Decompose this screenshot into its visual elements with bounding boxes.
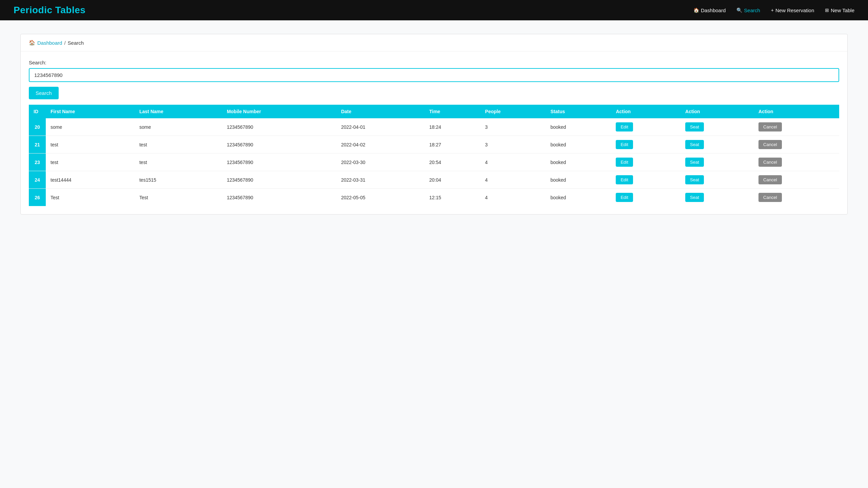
- plus-icon: +: [771, 7, 774, 13]
- row-mobile: 1234567890: [222, 154, 336, 171]
- row-first-name: Test: [46, 189, 135, 206]
- table-row: 21 test test 1234567890 2022-04-02 18:27…: [29, 136, 839, 154]
- row-time: 20:54: [425, 154, 480, 171]
- row-action-cancel: Cancel: [754, 154, 839, 171]
- col-last-name: Last Name: [135, 105, 222, 118]
- row-id: 26: [29, 189, 46, 206]
- row-date: 2022-03-31: [336, 171, 425, 189]
- row-id: 20: [29, 118, 46, 136]
- row-time: 18:24: [425, 118, 480, 136]
- seat-button[interactable]: Seat: [685, 193, 704, 202]
- table-header-row: ID First Name Last Name Mobile Number Da…: [29, 105, 839, 118]
- nav-dashboard[interactable]: 🏠 Dashboard: [693, 7, 726, 13]
- home-icon: 🏠: [693, 7, 699, 13]
- row-people: 3: [480, 118, 546, 136]
- search-input[interactable]: [29, 68, 839, 82]
- col-mobile: Mobile Number: [222, 105, 336, 118]
- search-label: Search:: [29, 60, 839, 65]
- row-mobile: 1234567890: [222, 171, 336, 189]
- row-action-cancel: Cancel: [754, 118, 839, 136]
- cancel-button[interactable]: Cancel: [758, 193, 782, 202]
- breadcrumb-dashboard-label: Dashboard: [37, 40, 62, 46]
- row-action-edit: Edit: [611, 136, 680, 154]
- row-status: booked: [546, 171, 611, 189]
- row-time: 20:04: [425, 171, 480, 189]
- col-time: Time: [425, 105, 480, 118]
- search-button[interactable]: Search: [29, 87, 59, 99]
- row-action-edit: Edit: [611, 189, 680, 206]
- breadcrumb-current: Search: [68, 40, 84, 46]
- row-action-seat: Seat: [680, 154, 754, 171]
- breadcrumb-separator: /: [64, 40, 65, 46]
- col-status: Status: [546, 105, 611, 118]
- cancel-button[interactable]: Cancel: [758, 140, 782, 149]
- row-action-seat: Seat: [680, 136, 754, 154]
- row-action-seat: Seat: [680, 118, 754, 136]
- breadcrumb: 🏠 Dashboard / Search: [21, 34, 847, 52]
- row-id: 24: [29, 171, 46, 189]
- row-action-seat: Seat: [680, 189, 754, 206]
- row-mobile: 1234567890: [222, 189, 336, 206]
- row-last-name: Test: [135, 189, 222, 206]
- col-action-seat: Action: [680, 105, 754, 118]
- row-id: 21: [29, 136, 46, 154]
- edit-button[interactable]: Edit: [616, 193, 633, 202]
- row-people: 4: [480, 154, 546, 171]
- results-table-wrapper: ID First Name Last Name Mobile Number Da…: [21, 105, 847, 214]
- seat-button[interactable]: Seat: [685, 122, 704, 131]
- search-form: Search: Search: [21, 52, 847, 105]
- main-content: 🏠 Dashboard / Search Search: Search ID F…: [0, 20, 868, 228]
- row-status: booked: [546, 118, 611, 136]
- col-first-name: First Name: [46, 105, 135, 118]
- col-action-cancel: Action: [754, 105, 839, 118]
- col-id: ID: [29, 105, 46, 118]
- row-status: booked: [546, 154, 611, 171]
- row-action-edit: Edit: [611, 171, 680, 189]
- edit-button[interactable]: Edit: [616, 122, 633, 131]
- row-id: 23: [29, 154, 46, 171]
- row-people: 4: [480, 171, 546, 189]
- seat-button[interactable]: Seat: [685, 140, 704, 149]
- nav-dashboard-label: Dashboard: [701, 7, 726, 13]
- cancel-button[interactable]: Cancel: [758, 175, 782, 184]
- row-action-cancel: Cancel: [754, 189, 839, 206]
- nav-new-table-label: New Table: [831, 7, 854, 13]
- nav-new-reservation[interactable]: + New Reservation: [771, 7, 814, 13]
- edit-button[interactable]: Edit: [616, 158, 633, 167]
- table-row: 24 test14444 tes1515 1234567890 2022-03-…: [29, 171, 839, 189]
- row-first-name: test: [46, 154, 135, 171]
- row-action-edit: Edit: [611, 154, 680, 171]
- row-date: 2022-03-30: [336, 154, 425, 171]
- nav-search[interactable]: 🔍 Search: [736, 7, 760, 13]
- col-action-edit: Action: [611, 105, 680, 118]
- col-people: People: [480, 105, 546, 118]
- table-icon: ⊞: [825, 7, 829, 13]
- table-row: 20 some some 1234567890 2022-04-01 18:24…: [29, 118, 839, 136]
- row-last-name: test: [135, 136, 222, 154]
- edit-button[interactable]: Edit: [616, 175, 633, 184]
- search-icon: 🔍: [736, 7, 742, 13]
- row-last-name: some: [135, 118, 222, 136]
- seat-button[interactable]: Seat: [685, 158, 704, 167]
- row-last-name: tes1515: [135, 171, 222, 189]
- breadcrumb-dashboard-link[interactable]: Dashboard: [37, 40, 62, 46]
- row-first-name: test: [46, 136, 135, 154]
- col-date: Date: [336, 105, 425, 118]
- table-row: 26 Test Test 1234567890 2022-05-05 12:15…: [29, 189, 839, 206]
- row-first-name: some: [46, 118, 135, 136]
- row-last-name: test: [135, 154, 222, 171]
- nav-search-label: Search: [744, 7, 760, 13]
- nav-new-reservation-label: New Reservation: [775, 7, 814, 13]
- edit-button[interactable]: Edit: [616, 140, 633, 149]
- row-action-edit: Edit: [611, 118, 680, 136]
- seat-button[interactable]: Seat: [685, 175, 704, 184]
- navbar: Periodic Tables 🏠 Dashboard 🔍 Search + N…: [0, 0, 868, 20]
- cancel-button[interactable]: Cancel: [758, 158, 782, 167]
- row-action-seat: Seat: [680, 171, 754, 189]
- row-status: booked: [546, 189, 611, 206]
- row-date: 2022-04-02: [336, 136, 425, 154]
- cancel-button[interactable]: Cancel: [758, 122, 782, 131]
- row-first-name: test14444: [46, 171, 135, 189]
- row-people: 4: [480, 189, 546, 206]
- nav-new-table[interactable]: ⊞ New Table: [825, 7, 854, 13]
